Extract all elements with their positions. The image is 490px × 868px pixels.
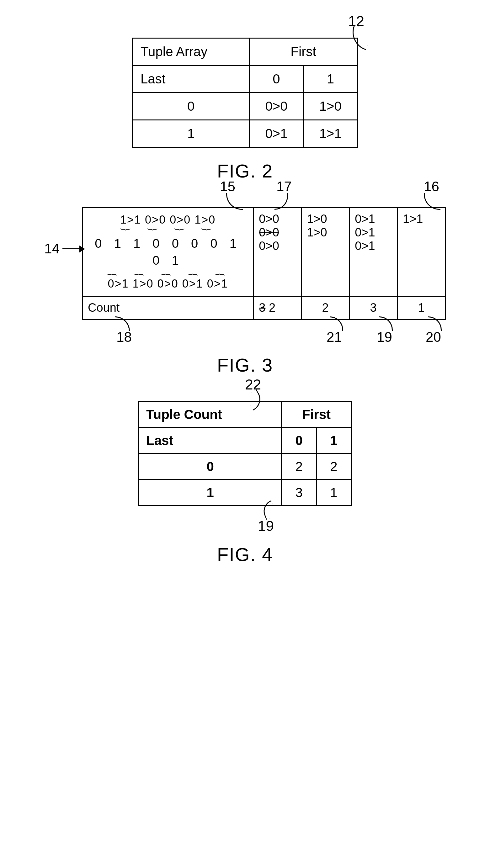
ref-20: 20: [426, 329, 441, 345]
col-01: 0>1 0>1 0>1: [349, 208, 397, 296]
ref-19-bottom: 19: [258, 518, 274, 534]
col-10-hdr: 1>0: [307, 212, 344, 226]
tuple-count-title: Tuple Count: [139, 402, 282, 428]
row-label-0: 0: [133, 93, 249, 120]
f4-col1: 1: [316, 428, 351, 454]
lead-14: [62, 248, 84, 249]
ref-22: 22: [245, 376, 261, 393]
col-00-struck: 0>0: [259, 226, 296, 239]
col-header-0: 0: [249, 66, 303, 93]
bits-cell: 1>1 0>0 0>0 1>0 ︷ ︷ ︷ ︷ 0 1 1 0 0 0 0 1 …: [83, 208, 253, 296]
ref-12: 12: [348, 12, 364, 29]
figure-3: 15 17 16 14 18 21 19 20 1>1 0>0 0>0 1: [0, 207, 490, 376]
f4-cell-10: 3: [282, 480, 316, 506]
count-11: 1: [397, 296, 446, 319]
ref-16: 16: [424, 179, 439, 194]
f4-cell-00: 2: [282, 454, 316, 480]
bits-block: 1>1 0>0 0>0 1>0 ︷ ︷ ︷ ︷ 0 1 1 0 0 0 0 1 …: [88, 212, 248, 291]
ref-21: 21: [327, 329, 342, 345]
ref-19: 19: [377, 329, 392, 345]
col-10: 1>0 1>0: [302, 208, 349, 296]
count-00-val: 2: [269, 301, 275, 314]
col-11: 1>1: [397, 208, 446, 296]
figure-3-caption: FIG. 3: [217, 354, 273, 376]
brace-up-row: ︷ ︷ ︷ ︷: [88, 228, 248, 235]
cell-11: 1>1: [303, 120, 357, 147]
col-10-i0: 1>0: [307, 226, 344, 239]
cell-00: 0>0: [249, 93, 303, 120]
col-00-i1: 0>0: [259, 239, 296, 253]
figure-4-caption: FIG. 4: [217, 544, 273, 565]
bit-digits: 0 1 1 0 0 0 0 1 0 1: [88, 235, 248, 269]
f4-col0: 0: [282, 428, 316, 454]
count-10: 2: [302, 296, 349, 319]
col-01-i0: 0>1: [355, 226, 392, 239]
first-header: First: [249, 38, 358, 66]
fig3-table: 1>1 0>0 0>0 1>0 ︷ ︷ ︷ ︷ 0 1 1 0 0 0 0 1 …: [82, 207, 446, 320]
f4-row1-label: 1: [139, 480, 282, 506]
cell-10: 0>1: [249, 120, 303, 147]
ref-15: 15: [220, 179, 235, 194]
f4-first: First: [282, 402, 351, 428]
last-header: Last: [133, 66, 249, 93]
ref-14: 14: [44, 241, 60, 256]
cell-01: 1>0: [303, 93, 357, 120]
tuple-array-table: Tuple Array First Last 0 1 0 0>0 1>0 1 0…: [132, 38, 358, 148]
bottom-tuples: 0>1 1>0 0>0 0>1 0>1: [88, 276, 248, 291]
count-00: 3 2: [253, 296, 302, 319]
tuple-count-table: Tuple Count First Last 0 1 0 2 2 1 3 1: [139, 401, 351, 506]
col-11-hdr: 1>1: [403, 212, 440, 226]
f4-last: Last: [139, 428, 282, 454]
figure-3-area: 15 17 16 14 18 21 19 20 1>1 0>0 0>0 1: [82, 207, 446, 320]
f4-cell-11: 1: [316, 480, 351, 506]
count-01: 3: [349, 296, 397, 319]
col-00: 0>0 0>0 0>0: [253, 208, 302, 296]
figure-4-area: 22 Tuple Count First Last 0 1 0 2 2 1: [139, 401, 351, 506]
f4-cell-01: 2: [316, 454, 351, 480]
figure-4: 22 Tuple Count First Last 0 1 0 2 2 1: [0, 401, 490, 565]
f4-row0-label: 0: [139, 454, 282, 480]
count-00-struck: 3: [259, 301, 266, 314]
col-00-hdr: 0>0: [259, 212, 296, 226]
ref-17: 17: [276, 179, 292, 194]
figure-2: 12 Tuple Array First Last 0 1 0 0>0 1>0: [0, 38, 490, 182]
figure-2-area: 12 Tuple Array First Last 0 1 0 0>0 1>0: [132, 38, 358, 148]
col-header-1: 1: [303, 66, 357, 93]
ref-18: 18: [116, 329, 132, 345]
brace-down-row: ︷ ︷ ︷ ︷ ︷: [88, 269, 248, 276]
tuple-array-title: Tuple Array: [133, 38, 249, 66]
row-label-1: 1: [133, 120, 249, 147]
col-01-i1: 0>1: [355, 239, 392, 253]
page: 12 Tuple Array First Last 0 1 0 0>0 1>0: [0, 0, 490, 628]
col-01-hdr: 0>1: [355, 212, 392, 226]
count-label: Count: [83, 296, 253, 319]
